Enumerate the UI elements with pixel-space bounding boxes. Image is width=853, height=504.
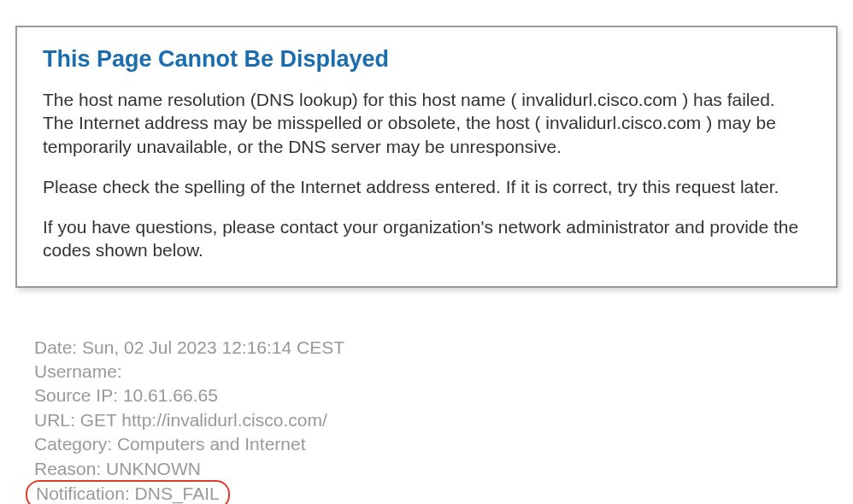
- detail-username: Username:: [34, 360, 844, 384]
- detail-source-ip: Source IP: 10.61.66.65: [34, 384, 844, 407]
- error-details-block: Date: Sun, 02 Jul 2023 12:16:14 CEST Use…: [34, 336, 844, 504]
- detail-date: Date: Sun, 02 Jul 2023 12:16:14 CEST: [34, 336, 844, 360]
- error-description-check: Please check the spelling of the Interne…: [43, 175, 810, 198]
- error-description-dns: The host name resolution (DNS lookup) fo…: [43, 88, 810, 158]
- notification-highlight: Notification: DNS_FAIL: [26, 480, 230, 504]
- detail-category: Category: Computers and Internet: [34, 432, 844, 456]
- detail-notification: Notification: DNS_FAIL: [36, 482, 220, 504]
- detail-url: URL: GET http://invalidurl.cisco.com/: [34, 408, 844, 432]
- error-title: This Page Cannot Be Displayed: [43, 46, 810, 73]
- detail-reason: Reason: UNKNOWN: [34, 457, 844, 481]
- error-notification-box: This Page Cannot Be Displayed The host n…: [15, 26, 838, 288]
- error-description-contact: If you have questions, please contact yo…: [43, 215, 810, 262]
